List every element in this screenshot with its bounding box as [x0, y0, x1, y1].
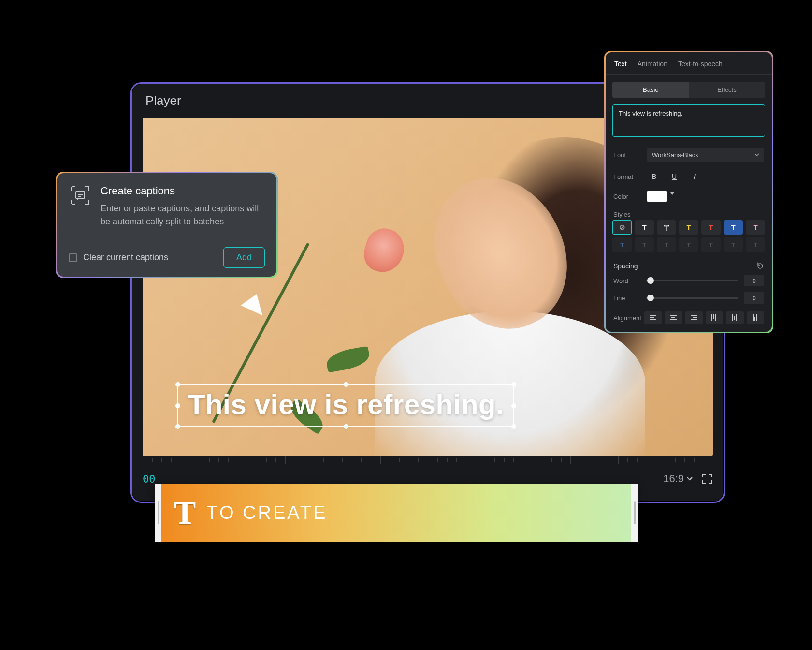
resize-handle[interactable]	[175, 382, 180, 387]
text-style-chip[interactable]: T	[724, 237, 743, 252]
align-bottom-icon	[753, 314, 758, 321]
illustration-shirt	[375, 311, 645, 456]
text-style-chip[interactable]: T	[724, 220, 743, 235]
font-select[interactable]: WorkSans-Black	[647, 148, 764, 162]
fullscreen-icon	[701, 473, 713, 485]
italic-button[interactable]: I	[688, 170, 701, 183]
underline-button[interactable]: U	[667, 170, 681, 183]
clear-captions-label: Clear current captions	[83, 252, 168, 263]
font-label: Font	[613, 151, 640, 159]
styles-grid: ⊘TTTTTTTTTTTTT	[606, 220, 772, 256]
aspect-ratio-value: 16:9	[663, 473, 684, 485]
illustration-leaf	[325, 346, 371, 372]
modal-description: Enter or paste captions, and captions wi…	[101, 202, 265, 228]
subtab-basic[interactable]: Basic	[612, 82, 689, 98]
text-style-chip[interactable]: ⊘	[612, 220, 632, 235]
caption-text: This view is refreshing.	[188, 388, 504, 420]
subtab-effects[interactable]: Effects	[689, 82, 765, 98]
aspect-ratio-selector[interactable]: 16:9	[663, 473, 693, 485]
line-spacing-value[interactable]: 0	[744, 292, 764, 304]
create-captions-modal: Create captions Enter or paste captions,…	[56, 172, 278, 278]
text-style-chip[interactable]: T	[657, 220, 676, 235]
bold-button[interactable]: B	[647, 170, 661, 183]
add-button[interactable]: Add	[223, 247, 265, 268]
modal-title: Create captions	[101, 185, 265, 197]
align-right-icon	[691, 315, 697, 321]
clip-handle-right[interactable]	[631, 484, 638, 542]
clip-handle-left[interactable]	[155, 484, 161, 542]
text-style-chip[interactable]: T	[679, 237, 698, 252]
text-clip-icon: T	[174, 494, 196, 532]
text-style-chip[interactable]: T	[701, 220, 721, 235]
tab-text-to-speech[interactable]: Text-to-speech	[678, 60, 723, 74]
clip-body[interactable]: T TO CREATE	[161, 484, 631, 542]
clip-label: TO CREATE	[206, 502, 327, 523]
fullscreen-button[interactable]	[701, 473, 713, 485]
align-right-button[interactable]	[685, 311, 703, 324]
text-style-chip[interactable]: T	[746, 220, 765, 235]
tab-text[interactable]: Text	[614, 60, 627, 74]
align-bottom-button[interactable]	[747, 311, 764, 324]
caption-text-overlay[interactable]: This view is refreshing.	[177, 384, 514, 427]
text-style-chip[interactable]: T	[679, 220, 698, 235]
align-left-button[interactable]	[644, 311, 662, 324]
player-title: Player	[145, 93, 181, 108]
text-properties-panel: Text Animation Text-to-speech Basic Effe…	[604, 51, 773, 333]
spacing-label: Spacing	[613, 262, 638, 270]
line-spacing-slider[interactable]	[646, 297, 738, 299]
align-top-icon	[711, 314, 717, 321]
align-middle-icon	[732, 314, 738, 321]
text-style-chip[interactable]: T	[746, 237, 765, 252]
align-center-button[interactable]	[665, 311, 682, 324]
resize-handle[interactable]	[175, 403, 180, 408]
format-label: Format	[613, 173, 640, 180]
align-middle-button[interactable]	[726, 311, 743, 324]
illustration-rose	[360, 224, 409, 277]
text-style-chip[interactable]: T	[635, 220, 654, 235]
chevron-down-icon	[754, 153, 759, 157]
caption-text-input[interactable]: This view is refreshing.	[612, 104, 765, 137]
alignment-label: Alignment	[613, 314, 641, 322]
resize-handle[interactable]	[175, 424, 180, 429]
clear-captions-checkbox[interactable]: Clear current captions	[69, 252, 168, 263]
timecode: 00	[143, 473, 156, 485]
timeline-clip[interactable]: T TO CREATE	[155, 484, 638, 542]
align-center-icon	[670, 315, 677, 321]
text-style-chip[interactable]: T	[612, 237, 632, 252]
resize-handle[interactable]	[344, 382, 348, 387]
color-label: Color	[613, 193, 640, 200]
chevron-down-icon	[687, 477, 693, 481]
color-picker[interactable]	[647, 191, 667, 202]
align-left-icon	[650, 315, 656, 321]
text-style-chip[interactable]: T	[657, 237, 676, 252]
line-spacing-label: Line	[613, 295, 640, 302]
resize-handle[interactable]	[344, 424, 348, 429]
word-spacing-value[interactable]: 0	[744, 275, 764, 286]
word-spacing-slider[interactable]	[646, 280, 738, 281]
align-top-button[interactable]	[706, 311, 723, 324]
captions-icon	[70, 185, 91, 206]
text-style-chip[interactable]: T	[635, 237, 654, 252]
reset-icon[interactable]	[756, 262, 764, 270]
resize-handle[interactable]	[511, 403, 516, 408]
checkbox-icon	[69, 253, 77, 262]
tab-animation[interactable]: Animation	[638, 60, 667, 74]
styles-label: Styles	[606, 206, 772, 220]
word-spacing-label: Word	[613, 277, 640, 284]
font-value: WorkSans-Black	[652, 151, 698, 159]
text-style-chip[interactable]: T	[701, 237, 721, 252]
